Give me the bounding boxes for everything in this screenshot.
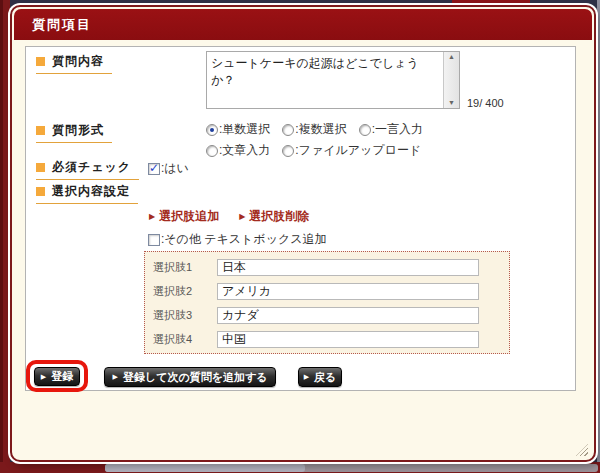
horizontal-scrollbar-thumb[interactable] (105, 464, 305, 472)
required-yes-option[interactable]: :はい (148, 160, 189, 177)
choice-label-1: 選択肢1 (153, 260, 217, 275)
choice-label-3: 選択肢3 (153, 308, 217, 323)
register-button-label: 登録 (51, 369, 73, 384)
dialog-header: 質問項目 (14, 9, 592, 40)
page-bottom-bar (0, 462, 600, 473)
radio-icon (359, 124, 371, 136)
form-panel: 質問内容 質問形式 必須チェック 選択内容設定 シュートケーキの起源はどこでしょ… (25, 46, 576, 391)
delete-choice-link[interactable]: ▶ 選択肢削除 (239, 208, 309, 225)
format-radio-row-1: :単数選択 :複数選択 :一言入力 (206, 121, 423, 138)
arrow-icon: ▶ (41, 373, 46, 381)
back-button[interactable]: ▶ 戻る (298, 367, 342, 387)
radio-label: :単数選択 (219, 121, 270, 138)
arrow-icon: ▶ (113, 373, 118, 381)
radio-label: :一言入力 (372, 121, 423, 138)
bullet-square-icon (36, 163, 45, 172)
arrow-icon: ▶ (149, 212, 155, 221)
choice-input-3[interactable] (217, 307, 479, 324)
choice-input-4[interactable] (217, 331, 479, 348)
choice-row-2: 選択肢2 (145, 279, 509, 303)
choice-label-2: 選択肢2 (153, 284, 217, 299)
radio-label: :文章入力 (219, 142, 270, 159)
question-format-label: 質問形式 (36, 122, 112, 143)
choice-row-3: 選択肢3 (145, 303, 509, 327)
delete-choice-label: 選択肢削除 (249, 208, 309, 225)
textarea-scrollbar[interactable]: ▲ ▼ (443, 52, 459, 108)
question-content-field: シュートケーキの起源はどこでしょうか？ ▲ ▼ (206, 51, 460, 109)
checkbox-label: :その他 テキストボックス追加 (161, 231, 326, 248)
page-left-edge (0, 0, 10, 473)
dialog-title: 質問項目 (32, 16, 92, 34)
choice-label-4: 選択肢4 (153, 332, 217, 347)
question-item-dialog: 質問項目 質問内容 質問形式 必須チェック 選択内容設定 シュートケーキの起源は… (10, 5, 596, 462)
radio-option-multi-select[interactable]: :複数選択 (282, 121, 346, 138)
scroll-down-icon[interactable]: ▼ (448, 99, 455, 107)
radio-icon (206, 124, 218, 136)
register-and-next-button[interactable]: ▶ 登録して次の質問を追加する (104, 367, 276, 387)
choice-settings-label: 選択内容設定 (36, 183, 138, 204)
resize-grip[interactable] (576, 444, 588, 456)
checkbox-icon (148, 234, 160, 246)
choice-links-row: ▶ 選択肢追加 ▶ 選択肢削除 (149, 208, 309, 225)
choice-row-4: 選択肢4 (145, 327, 509, 351)
horizontal-scrollbar[interactable] (105, 464, 598, 472)
required-check-label: 必須チェック (36, 159, 139, 180)
choice-input-2[interactable] (217, 283, 479, 300)
register-and-next-label: 登録して次の質問を追加する (123, 370, 268, 385)
choices-box: 選択肢1 選択肢2 選択肢3 選択肢4 (144, 251, 510, 354)
other-textbox-row: :その他 テキストボックス追加 (148, 231, 326, 248)
radio-option-single-select[interactable]: :単数選択 (206, 121, 270, 138)
checkbox-icon (148, 163, 160, 175)
add-choice-label: 選択肢追加 (159, 208, 219, 225)
other-textbox-option[interactable]: :その他 テキストボックス追加 (148, 231, 326, 248)
radio-label: :ファイルアップロード (295, 142, 421, 159)
format-radio-row-2: :文章入力 :ファイルアップロード (206, 142, 421, 159)
radio-icon (282, 124, 294, 136)
bullet-square-icon (36, 187, 45, 196)
radio-option-short-text[interactable]: :一言入力 (359, 121, 423, 138)
arrow-icon: ▶ (304, 373, 309, 381)
radio-option-file-upload[interactable]: :ファイルアップロード (282, 142, 421, 159)
radio-label: :複数選択 (295, 121, 346, 138)
bullet-square-icon (36, 57, 45, 66)
char-counter: 19/ 400 (467, 97, 504, 109)
back-button-label: 戻る (314, 370, 336, 385)
bullet-square-icon (36, 126, 45, 135)
arrow-icon: ▶ (239, 212, 245, 221)
radio-icon (206, 145, 218, 157)
add-choice-link[interactable]: ▶ 選択肢追加 (149, 208, 219, 225)
checkbox-label: :はい (161, 160, 189, 177)
page-left-edge-shadow (0, 0, 3, 473)
question-content-input[interactable]: シュートケーキの起源はどこでしょうか？ (207, 52, 443, 108)
register-button[interactable]: ▶ 登録 (34, 367, 80, 386)
question-content-label: 質問内容 (36, 53, 112, 74)
radio-option-long-text[interactable]: :文章入力 (206, 142, 270, 159)
radio-icon (282, 145, 294, 157)
choice-input-1[interactable] (217, 259, 479, 276)
required-check-row: :はい (148, 160, 189, 177)
choice-row-1: 選択肢1 (145, 255, 509, 279)
scroll-up-icon[interactable]: ▲ (448, 53, 455, 61)
